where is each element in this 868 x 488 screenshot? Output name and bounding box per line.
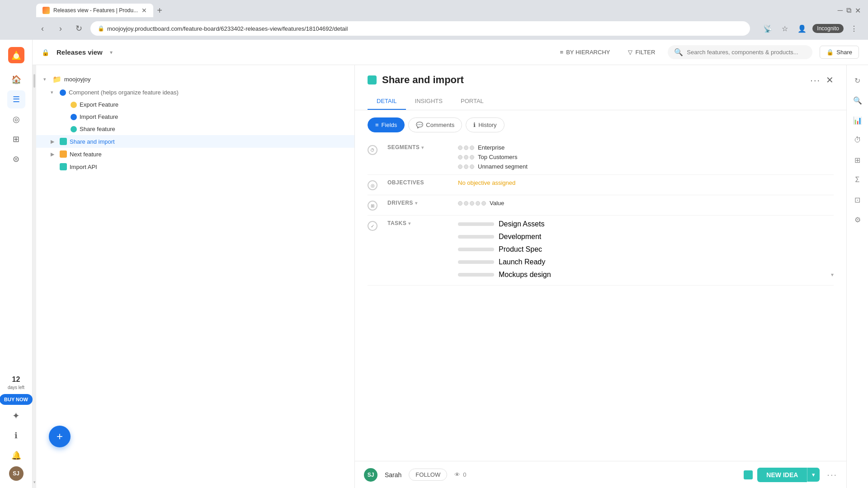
bottom-more-button[interactable]: ···: [827, 469, 837, 480]
new-idea-dropdown-button[interactable]: ▾: [807, 468, 820, 482]
view-title: Releases view: [57, 48, 103, 56]
filter-button[interactable]: ▽ FILTER: [623, 46, 660, 58]
segments-label-area: SEGMENTS ▾: [387, 144, 451, 150]
tree-item-root[interactable]: ▾ 📁 moojoyjoy: [36, 72, 354, 86]
profile-icon[interactable]: 👤: [795, 22, 809, 35]
restore-button[interactable]: ⧉: [846, 6, 851, 14]
fab-button[interactable]: +: [49, 426, 71, 447]
tree-item-component[interactable]: ▾ Component (helps organize feature idea…: [36, 86, 354, 99]
browser-tab[interactable]: Releases view - Features | Produ... ✕: [36, 4, 153, 17]
detail-close-button[interactable]: ✕: [826, 75, 834, 85]
import-api-label: Import API: [70, 164, 347, 170]
forward-button[interactable]: ›: [54, 22, 67, 35]
new-idea-color-indicator: [744, 470, 753, 479]
chevron-down-icon: ▾: [43, 76, 50, 82]
no-objective-link[interactable]: No objective assigned: [458, 179, 834, 186]
tab-favicon: [42, 7, 50, 14]
task-product-spec: Product Spec: [458, 245, 834, 253]
detail-color-indicator: [368, 75, 377, 84]
days-left-display: 12 days left: [8, 375, 24, 390]
right-settings-icon[interactable]: ⚙: [849, 211, 866, 228]
tab-insights[interactable]: INSIGHTS: [406, 93, 452, 110]
search-icon: 🔍: [674, 48, 683, 56]
next-feature-dot: [60, 150, 67, 158]
right-bookmark-icon[interactable]: ⊡: [849, 192, 866, 208]
task-product-spec-bar: [458, 248, 494, 251]
share-button[interactable]: 🔒 Share: [820, 46, 859, 59]
sparkle-icon[interactable]: ✦: [7, 407, 25, 425]
minimize-button[interactable]: ─: [838, 6, 843, 14]
left-scrollbar[interactable]: ▾: [33, 65, 36, 488]
driver-dots: [458, 201, 486, 206]
help-icon[interactable]: ℹ: [7, 427, 25, 445]
tasks-dropdown-arrow[interactable]: ▾: [831, 272, 834, 278]
segment-enterprise-dots: [458, 145, 474, 150]
drivers-arrow[interactable]: ▾: [415, 201, 418, 206]
import-feature-label: Import Feature: [80, 113, 347, 120]
close-window-button[interactable]: ✕: [855, 6, 861, 15]
bottom-avatar: SJ: [364, 468, 377, 482]
app-logo[interactable]: [8, 47, 24, 63]
right-clock-icon[interactable]: ⏱: [849, 132, 866, 148]
buy-now-button[interactable]: BUY NOW: [0, 394, 33, 405]
list-icon[interactable]: ☰: [7, 90, 25, 108]
grid-icon[interactable]: ⊞: [7, 130, 25, 148]
next-feature-label: Next feature: [70, 151, 347, 158]
back-button[interactable]: ‹: [36, 22, 49, 35]
tab-detail[interactable]: DETAIL: [368, 93, 406, 110]
right-calc-icon[interactable]: ⊞: [849, 152, 866, 168]
tree-item-import-api[interactable]: Import API: [36, 160, 354, 173]
tasks-arrow[interactable]: ▾: [408, 221, 411, 226]
tree-item-share-feature[interactable]: Share feature: [36, 123, 354, 135]
reload-button[interactable]: ↻: [72, 22, 85, 35]
right-sigma-icon[interactable]: Σ: [849, 172, 866, 188]
tree-item-import-feature[interactable]: Import Feature: [36, 111, 354, 123]
address-bar[interactable]: 🔒 moojoyjoy.productboard.com/feature-boa…: [90, 21, 750, 36]
home-icon[interactable]: 🏠: [7, 70, 25, 89]
tab-portal[interactable]: PORTAL: [452, 93, 493, 110]
new-tab-button[interactable]: +: [153, 5, 166, 16]
task-launch-ready-bar: [458, 260, 494, 264]
new-idea-button[interactable]: NEW IDEA: [757, 468, 807, 482]
view-dropdown-arrow[interactable]: ▾: [110, 49, 113, 56]
chevron-right-icon: ▶: [51, 151, 57, 157]
detail-more-button[interactable]: ···: [810, 75, 821, 85]
tune-icon[interactable]: ⊜: [7, 150, 25, 168]
tab-close-button[interactable]: ✕: [142, 7, 147, 14]
search-bar[interactable]: 🔍: [668, 45, 812, 59]
right-chart-icon[interactable]: 📊: [849, 112, 866, 128]
share-feature-dot: [71, 126, 77, 132]
days-count: 12: [8, 375, 24, 385]
by-hierarchy-button[interactable]: ≡ BY HIERARCHY: [555, 46, 616, 58]
export-feature-label: Export Feature: [80, 101, 347, 108]
lock-icon: 🔒: [98, 25, 104, 32]
cast-icon[interactable]: 📡: [761, 22, 774, 35]
segments-arrow[interactable]: ▾: [421, 145, 424, 150]
tree-item-next-feature[interactable]: ▶ Next feature: [36, 148, 354, 160]
user-avatar[interactable]: SJ: [9, 466, 24, 481]
right-refresh-icon[interactable]: ↻: [849, 72, 866, 89]
tree-item-share-and-import[interactable]: ▶ Share and import: [36, 135, 354, 148]
menu-button[interactable]: ⋮: [847, 22, 861, 35]
tasks-label-area: TASKS ▾: [387, 220, 451, 226]
incognito-badge: Incognito: [812, 24, 844, 33]
import-feature-dot: [71, 114, 77, 120]
bookmark-icon[interactable]: ☆: [778, 22, 792, 35]
sub-tab-fields[interactable]: ≡ Fields: [368, 117, 405, 132]
sub-tab-comments[interactable]: 💬 Comments: [408, 117, 462, 132]
share-lock-icon: 🔒: [826, 49, 834, 56]
svg-point-2: [14, 53, 19, 59]
objectives-label-area: OBJECTIVES: [387, 179, 451, 186]
tree-item-export-feature[interactable]: Export Feature: [36, 99, 354, 111]
objectives-label: OBJECTIVES: [387, 179, 451, 186]
history-icon: ℹ: [473, 122, 476, 128]
detail-panel: Share and import ··· ✕ DETAIL INSIGHTS P…: [355, 65, 846, 488]
task-mockups-design-bar: [458, 273, 494, 277]
search-input[interactable]: [687, 49, 806, 56]
bell-icon[interactable]: 🔔: [7, 446, 25, 465]
right-search-icon[interactable]: 🔍: [849, 92, 866, 108]
url-text: moojoyjoy.productboard.com/feature-board…: [107, 25, 348, 32]
follow-button[interactable]: FOLLOW: [409, 469, 447, 481]
target-icon[interactable]: ◎: [7, 110, 25, 128]
sub-tab-history[interactable]: ℹ History: [466, 117, 504, 132]
